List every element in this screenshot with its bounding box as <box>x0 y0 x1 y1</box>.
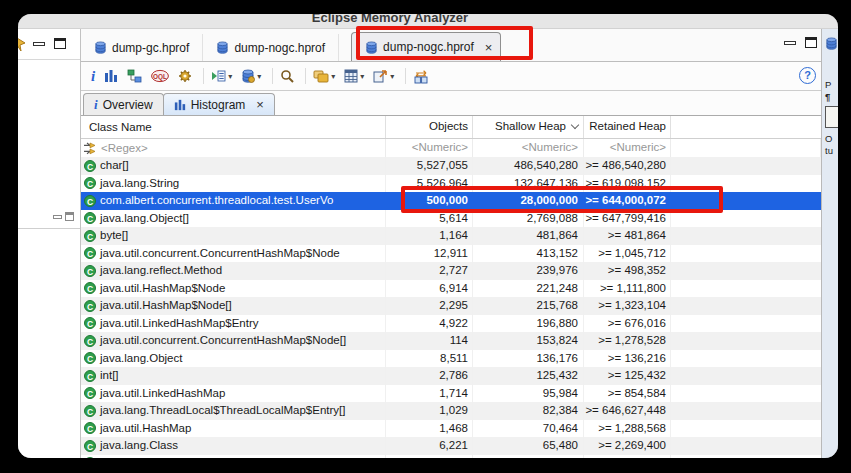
tab-histogram[interactable]: Histogram × <box>163 93 275 115</box>
export-icon <box>373 69 388 83</box>
class-name: java.lang.Thread <box>100 455 186 458</box>
annotation-rectangle-active-tab <box>356 26 533 60</box>
left-view-panel <box>18 29 81 458</box>
heap-dump-icon <box>825 37 838 50</box>
objects-value: 6,914 <box>386 280 473 298</box>
retained-heap-filter-input[interactable]: <Numeric> <box>584 139 671 157</box>
objects-value: 6,221 <box>386 437 473 455</box>
class-name: byte[] <box>100 227 128 244</box>
table-row[interactable]: Cint[] 2,786 125,432 >= 125,432 <box>81 367 821 385</box>
shallow-heap-value: 125,432 <box>473 367 584 385</box>
close-tab-icon[interactable]: × <box>256 98 264 111</box>
class-icon: C <box>84 405 96 417</box>
svg-text:OQL: OQL <box>153 73 167 81</box>
table-row[interactable]: Cjava.util.LinkedHashMap 1,714 95,984 >=… <box>81 385 821 403</box>
dropdown-icon: ▾ <box>390 72 394 81</box>
shallow-heap-value: 413,152 <box>473 245 584 263</box>
oql-button[interactable]: OQL <box>151 69 169 83</box>
oql-icon: OQL <box>151 69 169 83</box>
shallow-heap-value: 82,384 <box>473 402 584 420</box>
objects-value: 2,727 <box>386 262 473 280</box>
table-row[interactable]: Cjava.util.LinkedHashMap$Entry 4,922 196… <box>81 315 821 333</box>
view-tab-bar: i Overview Histogram × <box>81 91 821 116</box>
restore-icon[interactable] <box>65 212 74 221</box>
shallow-heap-value: 65,480 <box>473 437 584 455</box>
class-icon: C <box>84 230 96 242</box>
dropdown-icon: ▾ <box>228 72 232 81</box>
dominator-tree-button[interactable] <box>127 69 142 83</box>
table-row[interactable]: Cjava.util.concurrent.ConcurrentHashMap$… <box>81 332 821 350</box>
class-icon: C <box>84 422 96 434</box>
retained-heap-value: >= 854,584 <box>584 385 671 403</box>
maximize-view-button[interactable] <box>54 38 66 49</box>
shallow-heap-value: 153,824 <box>473 332 584 350</box>
maximize-editor-button[interactable] <box>805 37 817 48</box>
dropdown-icon: ▾ <box>360 72 364 81</box>
table-row[interactable]: Cjava.util.HashMap$Node 6,914 221,248 >=… <box>81 280 821 298</box>
class-icon: C <box>84 212 96 224</box>
class-name: java.util.LinkedHashMap$Entry <box>100 315 259 332</box>
screenshot-stage: Eclipse Memory Analyzer <box>0 0 851 473</box>
retained-heap-value: >= 136,216 <box>584 350 671 368</box>
objects-value: 4,922 <box>386 315 473 333</box>
table-row[interactable]: Cjava.lang.Object 8,511 136,176 >= 136,2… <box>81 350 821 368</box>
annotation-rectangle-selected-row <box>401 186 723 213</box>
panel-divider <box>18 228 80 229</box>
class-name: java.lang.Object[] <box>100 210 189 227</box>
objects-filter-input[interactable]: <Numeric> <box>386 139 473 157</box>
shallow-heap-value: 481,864 <box>473 227 584 245</box>
objects-value: 2,786 <box>386 367 473 385</box>
column-header-shallow-heap[interactable]: Shallow Heap <box>473 116 584 138</box>
class-name: char[] <box>100 157 129 174</box>
class-icon: C <box>84 317 96 329</box>
group-result-button[interactable]: ▾ <box>313 69 335 83</box>
regex-filter-input[interactable]: <Regex> <box>101 140 148 157</box>
export-button[interactable]: ▾ <box>373 69 394 83</box>
histogram-button[interactable] <box>104 69 118 83</box>
heap-info-button[interactable]: i <box>91 69 95 83</box>
class-icon: C <box>84 335 96 347</box>
objects-value: 114 <box>386 332 473 350</box>
table-row[interactable]: Cjava.util.HashMap$Node[] 2,295 215,768 … <box>81 297 821 315</box>
thread-overview-button[interactable] <box>178 69 192 83</box>
table-row[interactable]: Cjava.util.concurrent.ConcurrentHashMap$… <box>81 245 821 263</box>
tab-dump-nogc-hprof[interactable]: dump-nogc.hprof <box>203 34 339 61</box>
table-row[interactable]: Cjava.util.HashMap 1,468 70,464 >= 1,288… <box>81 420 821 438</box>
dropdown-icon: ▾ <box>257 72 261 81</box>
editor-toolbar: i OQL <box>81 62 821 91</box>
left-panel-restore-controls[interactable] <box>53 212 74 221</box>
retained-heap-value: >= 1,288,568 <box>584 420 671 438</box>
calculate-retained-size-button[interactable]: ▾ <box>344 69 364 83</box>
minimize-icon[interactable] <box>53 215 62 219</box>
class-icon: C <box>84 440 96 452</box>
query-browser-button[interactable]: ▾ <box>211 69 232 83</box>
table-row[interactable]: Cjava.lang.Thread 515 61,800 >= 646,840,… <box>81 455 821 459</box>
table-row[interactable]: Cjava.lang.reflect.Method 2,727 239,976 … <box>81 262 821 280</box>
class-icon: C <box>84 195 96 207</box>
column-header-objects[interactable]: Objects <box>386 116 473 138</box>
search-button[interactable] <box>280 69 294 83</box>
class-icon: C <box>84 457 96 458</box>
column-header-retained-heap[interactable]: Retained Heap <box>584 116 671 138</box>
shallow-heap-filter-input[interactable]: <Numeric> <box>473 139 584 157</box>
help-icon[interactable]: ? <box>799 67 816 84</box>
tab-overview[interactable]: i Overview <box>83 93 164 115</box>
table-row[interactable]: Cbyte[] 1,164 481,864 >= 481,864 <box>81 227 821 245</box>
eclipse-memory-analyzer-window: Eclipse Memory Analyzer <box>18 14 838 458</box>
class-icon: C <box>84 387 96 399</box>
table-row[interactable]: Cchar[] 5,527,055 486,540,280 >= 486,540… <box>81 157 821 175</box>
table-row[interactable]: Cjava.lang.ThreadLocal$ThreadLocalMap$En… <box>81 402 821 420</box>
left-panel-toolbar <box>18 29 80 60</box>
column-header-class-name[interactable]: Class Name <box>81 116 386 138</box>
compare-tables-button[interactable] <box>413 69 429 84</box>
class-name: java.lang.Class <box>100 437 178 454</box>
class-icon: C <box>84 177 96 189</box>
toolbar-separator <box>305 68 306 84</box>
minimize-editor-button[interactable] <box>784 41 796 45</box>
acquire-heap-dump-button[interactable]: ▾ <box>241 69 261 83</box>
tab-dump-gc-hprof[interactable]: dump-gc.hprof <box>81 34 203 61</box>
table-row[interactable]: Cjava.lang.Class 6,221 65,480 >= 2,269,4… <box>81 437 821 455</box>
minimize-view-button[interactable] <box>33 42 45 46</box>
class-name: java.lang.Object <box>100 350 182 367</box>
shallow-heap-value: 215,768 <box>473 297 584 315</box>
